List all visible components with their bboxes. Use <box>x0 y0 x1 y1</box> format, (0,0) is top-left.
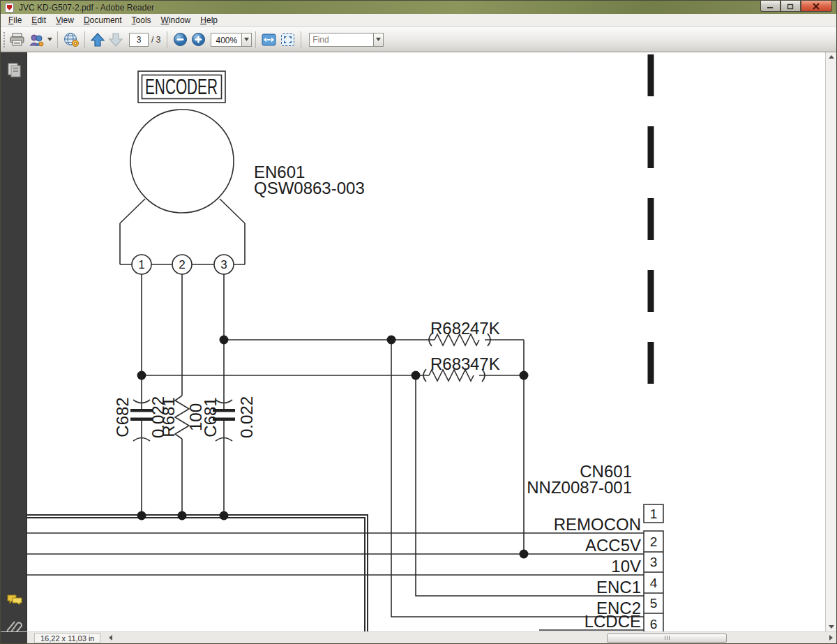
pdf-file-icon <box>5 3 14 13</box>
ground-bus <box>27 515 368 631</box>
adobe-reader-window: JVC KD-G507-2.pdf - Adobe Reader File Ed… <box>0 0 837 644</box>
fit-page-icon <box>280 32 296 47</box>
triangle-down-icon <box>829 625 834 629</box>
arrow-down-icon <box>108 32 123 47</box>
horizontal-scrollbar-thumb[interactable] <box>607 634 727 643</box>
scroll-up-arrow[interactable] <box>826 55 836 59</box>
collaborate-icon <box>28 32 45 47</box>
r682-value: 47K <box>470 319 500 338</box>
menu-document[interactable]: Document <box>79 14 127 27</box>
chevron-down-icon <box>47 38 52 41</box>
next-page-button-disabled[interactable] <box>107 31 125 49</box>
minus-circle-icon <box>173 32 188 47</box>
schematic-page: ENCODER EN601 QSW0863-003 1 2 3 R682 47K… <box>27 52 825 631</box>
pin-number-2: 2 <box>650 534 658 549</box>
arrow-up-icon <box>90 32 105 47</box>
printer-icon <box>9 32 25 47</box>
menu-file[interactable]: File <box>3 14 27 27</box>
zoom-level-caret[interactable] <box>241 33 252 47</box>
vertical-scrollbar[interactable] <box>825 52 836 631</box>
c681-value: 0.022 <box>237 396 256 438</box>
triangle-right-icon <box>829 635 833 641</box>
scroll-right-arrow[interactable] <box>827 634 835 643</box>
scroll-left-arrow[interactable] <box>106 634 114 643</box>
chevron-down-icon <box>376 38 381 41</box>
encoder-box-label: ENCODER <box>145 74 218 99</box>
encoder-pin1-number: 1 <box>138 258 144 271</box>
menu-bar: File Edit View Document Tools Window Hel… <box>1 14 836 27</box>
pin-label-10v: 10V <box>611 557 641 576</box>
globe-icon <box>63 32 80 47</box>
previous-page-button[interactable] <box>89 31 107 49</box>
pin-number-1: 1 <box>650 507 658 521</box>
page-total-label: / 3 <box>151 35 160 45</box>
menu-edit[interactable]: Edit <box>27 14 51 27</box>
document-area: ENCODER EN601 QSW0863-003 1 2 3 R682 47K… <box>27 52 825 631</box>
status-bar: 16,22 x 11,03 in <box>1 631 836 643</box>
window-title: JVC KD-G507-2.pdf - Adobe Reader <box>19 3 154 13</box>
pages-panel-icon[interactable] <box>6 62 23 79</box>
zoom-out-button[interactable] <box>171 31 189 49</box>
r683-value: 47K <box>470 354 500 373</box>
close-button[interactable] <box>801 1 832 12</box>
pin-label-remocon: REMOCON <box>554 515 641 534</box>
connector-part: NNZ0087-001 <box>527 478 632 497</box>
encoder-part: QSW0863-003 <box>254 179 365 197</box>
menu-view[interactable]: View <box>51 14 79 27</box>
title-bar: JVC KD-G507-2.pdf - Adobe Reader <box>1 1 836 14</box>
zoom-in-button[interactable] <box>189 31 207 49</box>
restore-button[interactable] <box>781 1 801 12</box>
plus-circle-icon <box>191 32 206 47</box>
pin-label-enc1: ENC1 <box>596 578 641 597</box>
connector-wires <box>27 533 644 630</box>
document-size-label: 16,22 x 11,03 in <box>34 633 100 643</box>
fit-width-button[interactable] <box>259 31 278 49</box>
find-options-caret[interactable] <box>373 33 384 47</box>
menu-help[interactable]: Help <box>195 14 223 27</box>
restore-icon <box>787 3 794 10</box>
status-bar-left-cell <box>1 632 27 643</box>
triangle-left-icon <box>109 635 112 641</box>
menu-tools[interactable]: Tools <box>127 14 156 27</box>
fit-width-icon <box>261 32 277 47</box>
minimize-button[interactable] <box>760 1 781 12</box>
comments-panel-icon[interactable] <box>6 593 23 607</box>
c681-name: C681 <box>201 397 220 437</box>
close-icon <box>813 3 820 10</box>
chevron-down-icon <box>244 38 249 41</box>
page-number-input[interactable] <box>129 33 149 47</box>
menu-window[interactable]: Window <box>156 14 196 27</box>
toolbar: / 3 400% <box>1 27 836 52</box>
fit-page-button[interactable] <box>278 31 297 49</box>
encoder-knob-circle <box>130 110 234 213</box>
pin-number-4: 4 <box>650 576 658 590</box>
scroll-down-arrow[interactable] <box>826 625 836 629</box>
toolbar-grip[interactable] <box>2 32 6 47</box>
print-button[interactable] <box>8 31 27 49</box>
toolbar-separator <box>57 31 58 48</box>
toolbar-separator <box>255 31 256 48</box>
toolbar-separator <box>84 31 85 48</box>
r681-name: R681 <box>159 397 178 437</box>
r683-name: R683 <box>430 354 470 373</box>
pin-label-lcdce: LCDCE <box>585 612 641 631</box>
minimize-icon <box>767 3 774 9</box>
toolbar-separator <box>301 31 301 48</box>
collaborate-button[interactable] <box>27 31 46 49</box>
collaborate-menu-caret[interactable] <box>46 31 54 49</box>
horizontal-scrollbar[interactable] <box>114 634 825 643</box>
pin-label-acc5v: ACC5V <box>585 536 641 555</box>
navigation-pane <box>1 52 27 631</box>
encoder-pin2-number: 2 <box>179 258 185 271</box>
share-online-button[interactable] <box>61 31 81 49</box>
pin-number-3: 3 <box>650 555 658 569</box>
find-input[interactable] <box>309 33 373 47</box>
zoom-level-field[interactable]: 400% <box>211 33 241 47</box>
pin-number-5: 5 <box>650 596 658 611</box>
triangle-up-icon <box>829 55 834 59</box>
r682-name: R682 <box>430 319 470 338</box>
c682-name: C682 <box>113 397 132 437</box>
encoder-pin3-number: 3 <box>220 258 227 271</box>
toolbar-separator <box>167 31 167 48</box>
pin-number-6: 6 <box>650 617 658 631</box>
